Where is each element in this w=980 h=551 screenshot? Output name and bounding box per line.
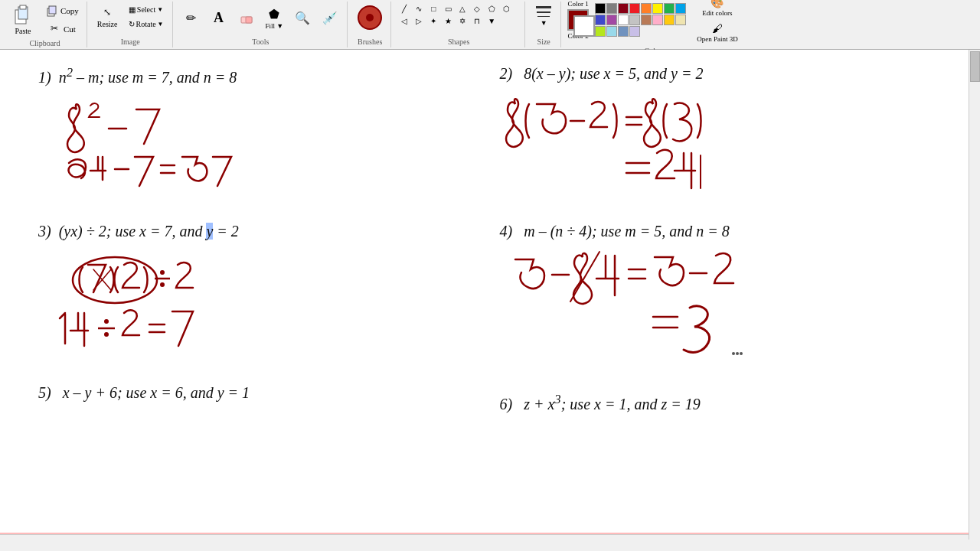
swatch-red[interactable]: [629, 3, 640, 14]
fill-button[interactable]: ⬟ Fill ▼: [262, 3, 288, 32]
svg-rect-2: [20, 5, 26, 9]
cut-label: Cut: [64, 24, 76, 34]
shape-more-button[interactable]: ▼: [485, 15, 498, 27]
fill-icon: ⬟: [266, 5, 283, 22]
edit-colors-button[interactable]: 🎨 Edit colors: [693, 0, 742, 19]
swatch-brown[interactable]: [641, 15, 652, 25]
shape-penta-button[interactable]: ⬠: [485, 3, 498, 15]
image-buttons-row: ⤡ Resize ▦ Select ▼ ↻ Rotate ▼: [93, 3, 168, 31]
shape-rta-button[interactable]: ◁: [397, 15, 411, 27]
pencil-button[interactable]: ✏: [179, 7, 204, 28]
status-bar: [0, 534, 980, 551]
brushes-icon: [358, 5, 382, 30]
swatch-blue[interactable]: [675, 3, 686, 14]
open-paint3d-icon: 🖌: [712, 23, 723, 35]
size-label: Size: [537, 37, 550, 46]
image-label: Image: [121, 37, 140, 46]
problem-6-number: 6): [500, 396, 521, 412]
brushes-button[interactable]: [354, 3, 386, 32]
cut-icon: ✂: [47, 22, 61, 36]
shapes-row: ╱ ∿ □ ▭ △ ◇ ⬠ ⬡ ◁ ▷ ✦ ★ ✡ ⊓ ▼: [397, 3, 520, 27]
swatch-cream[interactable]: [675, 15, 686, 25]
left-column: 1) n2 – m; use m = 7, and n = 8: [23, 61, 485, 528]
color2-box[interactable]: [573, 15, 595, 37]
problem-2-number: 2): [500, 65, 521, 82]
swatch-darkred[interactable]: [618, 3, 629, 14]
shape-rect-button[interactable]: □: [426, 3, 440, 15]
clipboard-buttons-row: Paste Copy ✂ Cut: [8, 2, 82, 37]
active-colors: Color 1 Color 2: [567, 0, 589, 40]
swatch-purple[interactable]: [606, 15, 617, 25]
swatch-lightblue[interactable]: [606, 26, 617, 37]
select-dropdown-icon: ▼: [157, 6, 163, 13]
paste-icon: [12, 4, 34, 25]
shape-rtb-button[interactable]: ▷: [412, 15, 426, 27]
size-button[interactable]: ▼: [531, 3, 556, 29]
swatch-black[interactable]: [595, 3, 606, 14]
shape-tri-button[interactable]: △: [456, 3, 469, 15]
problem-6-block: 6) z + x3; use x = 1, and z = 19: [500, 392, 931, 413]
scrollbar-thumb[interactable]: [970, 51, 980, 82]
swatch-yellow[interactable]: [652, 3, 663, 14]
rotate-button[interactable]: ↻ Rotate ▼: [125, 18, 168, 31]
problem-1-work: [38, 94, 469, 201]
canvas-area[interactable]: 1) n2 – m; use m = 7, and n = 8: [0, 50, 969, 540]
swatch-white[interactable]: [618, 15, 629, 25]
open-paint3d-button[interactable]: 🖌 Open Paint 3D: [693, 21, 742, 45]
swatch-lightgray[interactable]: [629, 15, 640, 25]
select-rotate-group: ▦ Select ▼ ↻ Rotate ▼: [125, 3, 168, 31]
problem-4-svg: [500, 248, 806, 370]
shape-diamond-button[interactable]: ◇: [470, 3, 484, 15]
problem-2-block: 2) 8(x – y); use x = 5, and y = 2: [500, 65, 931, 201]
clipboard-group: Paste Copy ✂ Cut Cl: [3, 2, 87, 47]
swatch-lime[interactable]: [595, 26, 606, 37]
problem-4-work: [500, 248, 931, 370]
image-group: ⤡ Resize ▦ Select ▼ ↻ Rotate ▼ Image: [89, 2, 173, 47]
vertical-scrollbar[interactable]: [969, 50, 980, 540]
resize-button[interactable]: ⤡ Resize: [93, 4, 122, 31]
edit-colors-icon: 🎨: [710, 0, 724, 9]
size-group: ▼ Size: [527, 2, 561, 47]
swatch-orange[interactable]: [641, 3, 652, 14]
shape-star6-button[interactable]: ✡: [456, 15, 469, 27]
swatch-gray[interactable]: [606, 3, 617, 14]
copy-label: Copy: [60, 6, 79, 15]
shape-round-button[interactable]: ▭: [441, 3, 455, 15]
select-button[interactable]: ▦ Select ▼: [125, 3, 168, 16]
shape-hex-button[interactable]: ⬡: [499, 3, 513, 15]
copy-cut-group: Copy ✂ Cut: [41, 2, 82, 37]
eraser-button[interactable]: [234, 7, 259, 28]
shape-curve-button[interactable]: ∿: [412, 3, 426, 15]
cut-button[interactable]: ✂ Cut: [41, 21, 82, 37]
problem-5-expression: x – y + 6; use x = 6, and y = 1: [63, 384, 250, 401]
paste-button[interactable]: Paste: [8, 2, 38, 37]
problem-3-svg: [38, 248, 283, 363]
problem-3-expression: (yx) ÷ 2; use x = 7, and y = 2: [59, 223, 239, 240]
shape-star5-button[interactable]: ★: [441, 15, 455, 27]
problem-2-svg: [500, 90, 791, 201]
swatch-indigo[interactable]: [595, 15, 606, 25]
clipboard-label: Clipboard: [29, 39, 60, 47]
color-picker-button[interactable]: 💉: [318, 7, 342, 28]
edit-colors-col: 🎨 Edit colors 🖌 Open Paint 3D: [693, 0, 742, 45]
svg-rect-6: [246, 17, 252, 23]
problem-4-expression: m – (n ÷ 4); use m = 5, and n = 8: [524, 223, 730, 240]
shape-rounded-button[interactable]: ⊓: [470, 15, 484, 27]
swatch-gold[interactable]: [664, 15, 675, 25]
text-button[interactable]: A: [207, 7, 231, 28]
svg-point-15: [736, 352, 739, 355]
copy-button[interactable]: Copy: [41, 2, 82, 19]
swatch-lavender[interactable]: [629, 26, 640, 37]
magnifier-icon: 🔍: [294, 9, 311, 26]
resize-label: Resize: [97, 20, 118, 28]
swatch-pink[interactable]: [652, 15, 663, 25]
swatch-steelblue[interactable]: [618, 26, 629, 37]
swatch-green[interactable]: [664, 3, 675, 14]
problem-4-number: 4): [500, 223, 521, 240]
shape-star4-button[interactable]: ✦: [426, 15, 440, 27]
svg-point-14: [732, 352, 735, 355]
right-column: 2) 8(x – y); use x = 5, and y = 2: [485, 61, 946, 528]
shape-line-button[interactable]: ╱: [397, 3, 411, 15]
rotate-label: Rotate: [136, 20, 156, 28]
magnifier-button[interactable]: 🔍: [290, 7, 315, 28]
